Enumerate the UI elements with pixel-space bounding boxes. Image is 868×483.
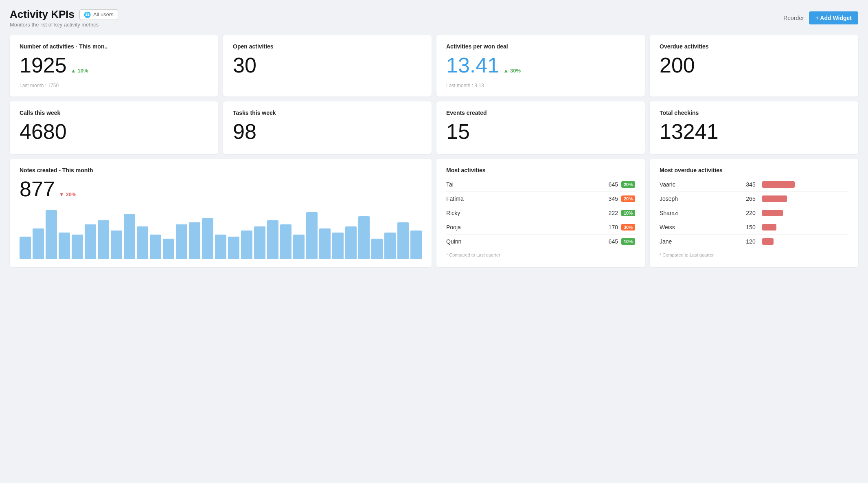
activity-bar [762, 195, 787, 202]
bar [358, 216, 370, 259]
compare-note: * Compared to Last quarter [660, 252, 848, 257]
card-value: 30 [233, 54, 422, 77]
header-left: Activity KPIs 🌐 All users Monitors the l… [10, 8, 118, 28]
header-subtitle: Monitors the list of key activity metric… [10, 22, 118, 28]
add-widget-button[interactable]: + Add Widget [809, 11, 858, 24]
bar [189, 222, 200, 259]
globe-icon: 🌐 [84, 11, 91, 18]
card-value: 1925 [20, 54, 67, 77]
card-label: Tasks this week [233, 110, 422, 116]
activity-bar [762, 224, 776, 231]
reorder-button[interactable]: Reorder [783, 15, 804, 21]
activity-name: Tai [446, 181, 609, 188]
page-title: Activity KPIs [10, 8, 75, 21]
bar [306, 212, 318, 259]
trend-value: 10% [78, 68, 88, 74]
activity-count: 150 [746, 224, 755, 231]
activity-bar [762, 181, 795, 188]
bar [332, 233, 344, 259]
card-activities-per-deal: Activities per won deal 13.41 ▲ 30% Last… [436, 35, 645, 97]
bar [280, 224, 292, 259]
activity-bar-wrap [762, 224, 848, 231]
bar [215, 235, 226, 259]
trend-arrow-down: ▼ [59, 191, 64, 198]
dashboard-grid: Number of activities - This mon.. 1925 ▲… [10, 35, 858, 267]
card-label: Events created [446, 110, 635, 116]
card-subtext: Last month : 1750 [20, 83, 208, 88]
list-item: Tai 645 20% [446, 178, 635, 192]
activity-name: Shamzi [660, 210, 746, 216]
card-trend: ▲ 10% [71, 68, 88, 74]
bar [241, 231, 252, 259]
card-label: Most activities [446, 167, 635, 173]
bar [228, 237, 239, 259]
activity-bar-wrap [762, 181, 848, 188]
card-value: 13.41 [446, 54, 499, 77]
bar [345, 226, 357, 259]
card-value: 15 [446, 120, 635, 143]
card-calls-this-week: Calls this week 4680 [10, 101, 218, 154]
list-item: Shamzi 220 [660, 206, 848, 220]
trend-value: 20% [66, 191, 77, 198]
activity-count: 345 [609, 195, 618, 202]
bar [124, 214, 135, 259]
card-label: Overdue activities [660, 43, 848, 50]
header-title-row: Activity KPIs 🌐 All users [10, 8, 118, 21]
all-users-button[interactable]: 🌐 All users [79, 9, 118, 20]
card-trend: ▼ 20% [59, 191, 77, 198]
list-item: Jane 120 [660, 235, 848, 248]
card-overdue-activities: Overdue activities 200 [650, 35, 858, 97]
bar [397, 222, 409, 259]
bar [59, 233, 70, 259]
list-item: Ricky 222 10% [446, 206, 635, 220]
card-label: Open activities [233, 43, 422, 50]
bar [33, 228, 44, 259]
activity-name: Ricky [446, 210, 609, 216]
activity-badge: 10% [621, 210, 635, 216]
value-trend-row: 1925 ▲ 10% [20, 54, 208, 79]
activity-badge: 20% [621, 181, 635, 188]
most-overdue-list: Vaaric 345 Joseph 265 Shamzi 220 Weiss 1… [660, 178, 848, 248]
most-activities-list: Tai 645 20% Fatima 345 20% Ricky 222 10%… [446, 178, 635, 248]
card-label: Total checkins [660, 110, 848, 116]
activity-bar [762, 210, 783, 216]
bar [254, 226, 265, 259]
list-item: Joseph 265 [660, 192, 848, 206]
trend-arrow-up: ▲ [71, 68, 76, 74]
bar [384, 233, 396, 259]
activity-bar-wrap [762, 238, 848, 245]
value-trend-row: 877 ▼ 20% [20, 178, 422, 203]
card-trend: ▲ 30% [503, 68, 521, 74]
activity-badge: 30% [621, 224, 635, 231]
card-subtext: Last month : 8.13 [446, 83, 635, 88]
activity-name: Vaaric [660, 181, 746, 188]
activity-bar-wrap [762, 195, 848, 202]
bar [410, 231, 422, 259]
activity-count: 170 [609, 224, 618, 231]
activity-badge: 20% [621, 195, 635, 202]
list-item: Pooja 170 30% [446, 220, 635, 235]
card-label: Activities per won deal [446, 43, 635, 50]
activity-count: 220 [746, 210, 755, 216]
activity-bar-wrap [762, 210, 848, 216]
activity-bar [762, 238, 774, 245]
list-item: Vaaric 345 [660, 178, 848, 192]
bar [163, 239, 174, 259]
card-notes-created: Notes created - This month 877 ▼ 20% [10, 159, 432, 267]
card-most-overdue: Most overdue activities Vaaric 345 Josep… [650, 159, 858, 267]
bar [98, 220, 109, 259]
bar-chart [20, 210, 422, 259]
card-label: Notes created - This month [20, 167, 422, 173]
header-right: Reorder + Add Widget [783, 11, 858, 24]
activity-name: Jane [660, 238, 746, 245]
card-value: 98 [233, 120, 422, 143]
value-trend-row: 13.41 ▲ 30% [446, 54, 635, 79]
card-value: 200 [660, 54, 848, 77]
card-open-activities: Open activities 30 [223, 35, 432, 97]
card-value: 877 [20, 178, 55, 201]
activity-name: Fatima [446, 195, 609, 202]
activity-count: 222 [609, 210, 618, 216]
card-activities-this-month: Number of activities - This mon.. 1925 ▲… [10, 35, 218, 97]
card-tasks-this-week: Tasks this week 98 [223, 101, 432, 154]
bar [371, 239, 383, 259]
